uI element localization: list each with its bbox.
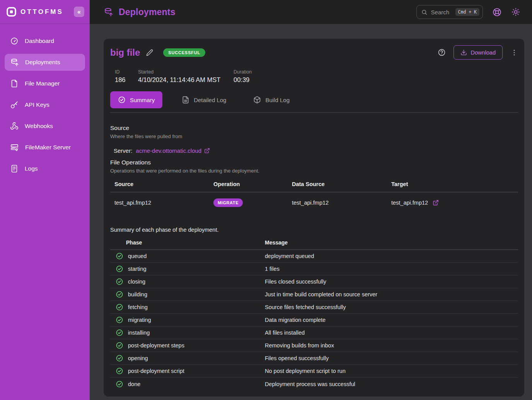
tab-summary[interactable]: Summary xyxy=(110,91,162,108)
phase-name: fetching xyxy=(128,304,148,310)
sidebar-item-label: File Manager xyxy=(25,80,60,87)
operation-badge: MIGRATE xyxy=(213,198,243,207)
phase-table-row: starting 1 files xyxy=(110,263,518,275)
sidebar-item-file-manager[interactable]: File Manager xyxy=(5,75,85,92)
check-circle-icon xyxy=(116,342,123,349)
phase-cell: building xyxy=(110,291,265,298)
target-external-link[interactable] xyxy=(433,200,439,206)
sidebar-item-label: Logs xyxy=(25,165,38,172)
tab-label: Summary xyxy=(130,97,155,103)
deployment-tabs: Summary Detailed Log xyxy=(110,91,518,108)
search-box[interactable]: Cmd + K xyxy=(416,5,483,19)
help-button[interactable] xyxy=(438,48,446,56)
lifebuoy-icon xyxy=(492,7,502,17)
deployment-meta: ID 186 Started 4/10/2024, 11:14:46 AM MS… xyxy=(115,69,518,84)
phase-message: deployment queued xyxy=(265,253,518,259)
phase-message: Just in time build completed on source s… xyxy=(265,291,518,297)
file-operations-table: Source Operation Data Source Target test… xyxy=(110,181,518,213)
phase-cell: opening xyxy=(110,354,265,362)
phase-cell: post-deployment script xyxy=(110,367,265,375)
deployment-card-actions: Download xyxy=(438,45,518,60)
tabs-divider xyxy=(110,112,518,113)
sidebar-item-logs[interactable]: Logs xyxy=(5,160,85,177)
file-operations-section: File Operations Operations that were per… xyxy=(110,159,518,213)
column-header-message: Message xyxy=(265,239,518,246)
sidebar-collapse-button[interactable]: « xyxy=(74,7,84,17)
sidebar-item-label: FileMaker Server xyxy=(25,144,71,151)
phase-name: opening xyxy=(128,355,148,361)
server-link[interactable]: acme-dev.ottomatic.cloud xyxy=(136,147,210,154)
phase-name: closing xyxy=(128,279,145,285)
phase-message: Removing builds from inbox xyxy=(265,342,518,349)
tab-detailed-log[interactable]: Detailed Log xyxy=(174,91,234,108)
check-circle-icon xyxy=(116,367,123,375)
check-circle-icon xyxy=(116,265,123,273)
kebab-menu-icon xyxy=(510,49,518,56)
column-header-data-source: Data Source xyxy=(292,181,391,187)
phase-name: installing xyxy=(128,330,150,336)
meta-started-value: 4/10/2024, 11:14:46 AM MST xyxy=(138,76,234,84)
tab-label: Detailed Log xyxy=(194,97,226,103)
download-button[interactable]: Download xyxy=(454,45,503,60)
phase-message: Data migration complete xyxy=(265,317,518,323)
phase-cell: done xyxy=(110,380,265,388)
sidebar-item-label: Deployments xyxy=(25,59,60,66)
meta-duration-value: 00:39 xyxy=(234,76,252,84)
phase-message: Files opened successfully xyxy=(265,355,518,361)
app-window: OTTOFMS « Dashboard xyxy=(0,0,532,400)
fo-target-text: test_api.fmp12 xyxy=(391,200,428,206)
phase-name: post-deployment script xyxy=(128,368,184,374)
phase-name: post-deployment steps xyxy=(128,342,184,349)
server-label: Server: xyxy=(114,147,132,154)
phase-name: migrating xyxy=(128,317,151,323)
key-icon xyxy=(10,101,19,109)
phase-name: queued xyxy=(128,253,147,259)
meta-id: ID 186 xyxy=(115,69,138,84)
more-options-button[interactable] xyxy=(510,49,518,56)
column-header-target: Target xyxy=(391,181,518,187)
phase-name: building xyxy=(128,291,147,297)
brand-name: OTTOFMS xyxy=(20,8,63,16)
phase-table-row: fetching Source files fetched successful… xyxy=(110,301,518,314)
support-button[interactable] xyxy=(492,7,502,17)
column-header-operation: Operation xyxy=(213,181,292,187)
column-header-phase: Phase xyxy=(110,239,265,246)
download-button-label: Download xyxy=(471,50,496,56)
main-area: Deployments Cmd + K xyxy=(90,0,532,400)
check-circle-icon xyxy=(116,252,123,260)
sidebar-item-webhooks[interactable]: Webhooks xyxy=(5,118,85,135)
check-circle-icon xyxy=(116,316,123,324)
content: big file SUCCESSFUL xyxy=(90,24,532,400)
search-input[interactable] xyxy=(431,9,452,15)
sidebar-header: OTTOFMS « xyxy=(0,0,90,24)
file-icon xyxy=(10,79,19,88)
server-row: Server: acme-dev.ottomatic.cloud xyxy=(114,147,518,154)
phase-table-row: closing Files closed successfully xyxy=(110,275,518,288)
server-link-text: acme-dev.ottomatic.cloud xyxy=(136,147,201,154)
phase-table-header: Phase Message xyxy=(110,239,518,250)
phase-table-row: installing All files installed xyxy=(110,326,518,339)
phase-cell: migrating xyxy=(110,316,265,324)
sidebar-item-api-keys[interactable]: API Keys xyxy=(5,96,85,113)
server-gear-icon xyxy=(10,143,19,152)
file-operations-row: test_api.fmp12 MIGRATE test_api.fmp12 te… xyxy=(110,192,518,213)
tab-build-log[interactable]: Build Log xyxy=(246,91,297,108)
check-circle-icon xyxy=(116,291,123,298)
fo-source-cell: test_api.fmp12 xyxy=(114,200,213,206)
download-icon xyxy=(460,49,467,56)
external-link-icon xyxy=(433,200,439,206)
external-link-icon xyxy=(204,148,210,154)
status-badge: SUCCESSFUL xyxy=(163,48,205,57)
sidebar-item-filemaker-server[interactable]: FileMaker Server xyxy=(5,139,85,156)
sidebar-item-deployments[interactable]: Deployments xyxy=(5,54,85,71)
theme-toggle-button[interactable] xyxy=(511,7,520,17)
source-section: Source Where the files were pulled from … xyxy=(110,125,518,154)
phase-cell: closing xyxy=(110,278,265,285)
database-upload-icon xyxy=(10,58,19,67)
file-operations-subtitle: Operations that were performed on the fi… xyxy=(110,168,518,174)
file-text-icon xyxy=(182,96,189,104)
sidebar-item-dashboard[interactable]: Dashboard xyxy=(5,32,85,50)
edit-name-button[interactable] xyxy=(146,49,153,56)
phase-cell: starting xyxy=(110,265,265,273)
search-icon xyxy=(421,9,428,15)
